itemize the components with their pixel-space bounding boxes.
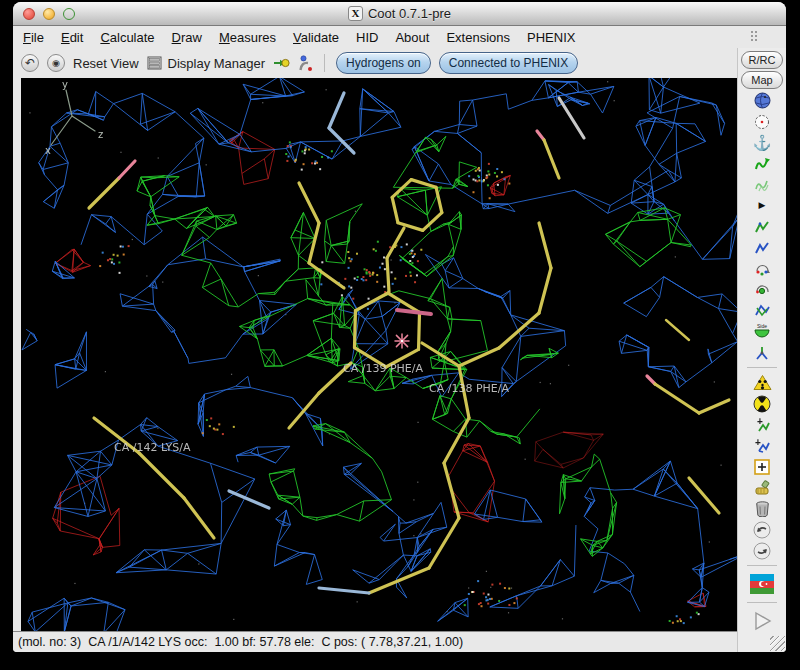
rotamers-button[interactable] bbox=[750, 280, 774, 299]
globe-icon bbox=[754, 92, 771, 109]
regularize-squiggle-icon bbox=[754, 177, 771, 193]
menu-measures[interactable]: Measures bbox=[219, 30, 276, 45]
3d-canvas[interactable] bbox=[21, 78, 737, 631]
hydrogens-toggle-button[interactable]: Hydrogens on bbox=[336, 52, 431, 74]
redo-button[interactable] bbox=[750, 541, 774, 560]
rotate-dots-icon bbox=[754, 261, 771, 277]
brush-button[interactable] bbox=[750, 478, 774, 497]
undo-button[interactable] bbox=[750, 520, 774, 539]
torsion-general-button[interactable] bbox=[750, 343, 774, 362]
refine-squiggle-icon bbox=[754, 156, 771, 172]
add-terminal-residue-button[interactable]: + bbox=[750, 415, 774, 434]
zoom-button[interactable] bbox=[63, 8, 75, 20]
place-atom-button[interactable] bbox=[750, 457, 774, 476]
mutate-autofit-button[interactable] bbox=[750, 373, 774, 392]
menu-calculate[interactable]: Calculate bbox=[100, 30, 154, 45]
status-text: (mol. no: 3) CA /1/A/142 LYS occ: 1.00 b… bbox=[18, 635, 463, 649]
display-manager-button[interactable]: Display Manager bbox=[147, 56, 266, 71]
rigid-body-fit-button[interactable] bbox=[750, 217, 774, 236]
stacked-layers-icon bbox=[147, 56, 163, 70]
menu-hid[interactable]: HID bbox=[356, 30, 378, 45]
menubar: File Edit Calculate Draw Measures Valida… bbox=[13, 26, 786, 48]
rrc-button[interactable]: R/RC bbox=[741, 51, 783, 69]
side-flip-icon: Side bbox=[752, 323, 772, 340]
phenix-connection-button[interactable]: Connected to PHENIX bbox=[439, 52, 578, 74]
reset-view-label: Reset View bbox=[73, 56, 139, 71]
undo-view-button[interactable]: ↶ bbox=[21, 54, 39, 72]
toolbar-grip-dots[interactable] bbox=[750, 30, 758, 42]
main-toolbar: ↶ ◉ Reset View Display Manager Hydrogens… bbox=[13, 48, 737, 78]
paintbrush-icon bbox=[754, 480, 771, 496]
torsion-icon bbox=[754, 345, 771, 361]
go-to-ligand-icon[interactable] bbox=[273, 55, 290, 71]
real-space-refine-button[interactable] bbox=[750, 154, 774, 173]
radiation-triangle-icon bbox=[753, 374, 772, 391]
flip-sidechain-button[interactable]: Side bbox=[750, 322, 774, 341]
toolbar-divider bbox=[747, 565, 777, 566]
menu-about[interactable]: About bbox=[395, 30, 429, 45]
window-title: X Coot 0.7.1-pre bbox=[13, 6, 786, 21]
status-bar: (mol. no: 3) CA /1/A/142 LYS occ: 1.00 b… bbox=[13, 631, 737, 652]
play-outline-icon bbox=[751, 610, 773, 632]
svg-text:Side: Side bbox=[757, 323, 767, 329]
person-icon[interactable] bbox=[298, 55, 313, 72]
menu-edit[interactable]: Edit bbox=[61, 30, 83, 45]
undo-icon bbox=[753, 521, 771, 539]
delete-item-button[interactable] bbox=[750, 499, 774, 518]
window-title-text: Coot 0.7.1-pre bbox=[368, 6, 451, 21]
flag-button[interactable] bbox=[750, 571, 774, 597]
toolbar-divider bbox=[747, 367, 777, 368]
window-controls bbox=[23, 8, 75, 20]
add-alt-conf-button[interactable]: + bbox=[750, 436, 774, 455]
anchor-icon: ⚓ bbox=[753, 135, 772, 150]
display-manager-label: Display Manager bbox=[168, 56, 266, 71]
trash-bin-icon bbox=[755, 501, 770, 517]
toolbar-separator bbox=[324, 54, 325, 72]
map-button[interactable]: Map bbox=[741, 71, 783, 89]
resize-grip[interactable] bbox=[770, 636, 785, 651]
coot-window: X Coot 0.7.1-pre File Edit Calculate Dra… bbox=[13, 2, 786, 652]
blue-zigzag-icon bbox=[754, 240, 771, 256]
left-gutter bbox=[13, 78, 21, 631]
menu-phenix[interactable]: PHENIX bbox=[527, 30, 575, 45]
toolbar-divider bbox=[747, 602, 777, 603]
molecular-viewport: CA /139 PHE/A CA /138 PHE/A CA /142 LYS/… bbox=[21, 78, 737, 631]
rotate-translate-button[interactable] bbox=[750, 238, 774, 257]
titlebar[interactable]: X Coot 0.7.1-pre bbox=[13, 2, 786, 26]
small-triangle-icon: ▶ bbox=[759, 201, 766, 210]
x11-icon: X bbox=[348, 6, 363, 21]
plus-box-icon bbox=[754, 459, 770, 475]
regularize-zone-button[interactable] bbox=[750, 175, 774, 194]
menu-validate[interactable]: Validate bbox=[293, 30, 339, 45]
simple-mutate-button[interactable] bbox=[750, 394, 774, 413]
back-arrow-icon: ↶ bbox=[25, 57, 35, 69]
menu-draw[interactable]: Draw bbox=[172, 30, 202, 45]
auto-fit-rotamer-button[interactable] bbox=[750, 259, 774, 278]
target-icon: ◉ bbox=[52, 59, 60, 68]
redo-icon bbox=[753, 542, 771, 560]
edit-backbone-button[interactable] bbox=[750, 301, 774, 320]
run-refinement-button[interactable] bbox=[750, 608, 774, 634]
close-button[interactable] bbox=[23, 8, 35, 20]
green-zigzag-icon bbox=[754, 219, 771, 235]
anchor-button[interactable]: ⚓ bbox=[750, 133, 774, 152]
radiation-circle-icon bbox=[753, 395, 771, 413]
crosshair-icon bbox=[754, 114, 770, 130]
plus-blue-residue-icon: + bbox=[753, 438, 771, 454]
flag-icon bbox=[750, 574, 774, 594]
recentre-view-button[interactable]: ◉ bbox=[47, 54, 65, 72]
rotamer-circle-icon bbox=[754, 282, 771, 298]
svg-text:+: + bbox=[755, 438, 761, 448]
menu-extensions[interactable]: Extensions bbox=[446, 30, 510, 45]
small-play-button[interactable]: ▶ bbox=[750, 196, 774, 215]
globe-button[interactable] bbox=[750, 91, 774, 110]
right-toolbar: R/RC Map ⚓ ▶ Side + + bbox=[737, 48, 786, 652]
menu-file[interactable]: File bbox=[23, 30, 44, 45]
plus-green-residue-icon: + bbox=[753, 417, 771, 433]
minimize-button[interactable] bbox=[43, 8, 55, 20]
backbone-icon bbox=[754, 303, 771, 319]
reset-view-button[interactable]: Reset View bbox=[73, 56, 139, 71]
recentre-button[interactable] bbox=[750, 112, 774, 131]
